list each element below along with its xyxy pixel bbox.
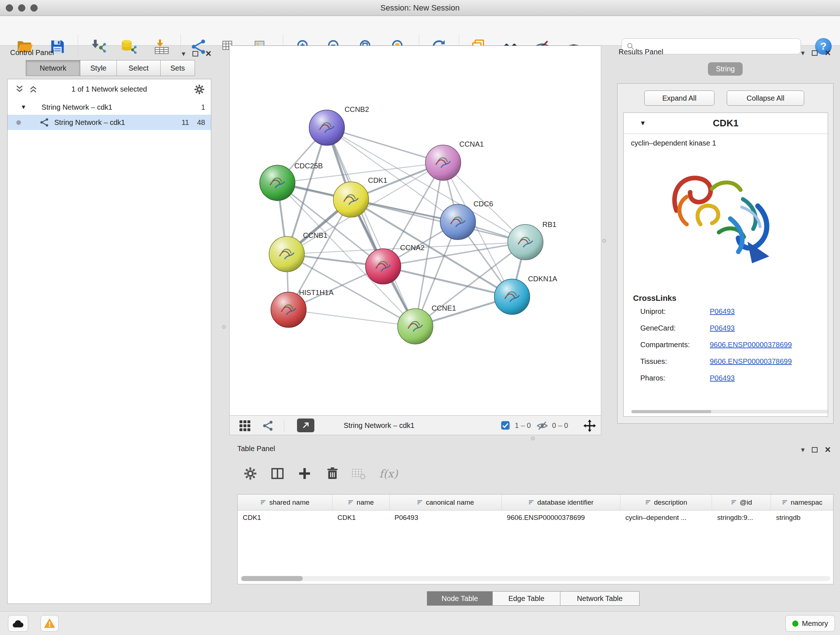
- node-CCNA2[interactable]: [365, 249, 401, 284]
- warning-button[interactable]: [41, 615, 58, 632]
- right-splitter-handle[interactable]: [602, 239, 606, 242]
- node-CCNE1[interactable]: [398, 309, 433, 344]
- protein-section-header[interactable]: ▼ CDK1: [624, 113, 828, 134]
- tab-select[interactable]: Select: [117, 60, 161, 76]
- panel-close-icon[interactable]: ×: [205, 49, 211, 59]
- node-CDC25B[interactable]: [260, 165, 295, 201]
- window-zoom-button[interactable]: [30, 4, 38, 11]
- table-row[interactable]: CDK1 CDK1 P06493 9606.ENSP00000378699 cy…: [238, 510, 833, 525]
- birdseye-grid-icon[interactable]: [238, 418, 252, 433]
- collection-count: 1: [201, 103, 205, 111]
- node-CCNB2[interactable]: [309, 110, 345, 146]
- scrollbar-thumb[interactable]: [241, 576, 303, 581]
- edge-HIST1H1A-CCNE1[interactable]: [289, 310, 415, 326]
- memory-button[interactable]: Memory: [785, 615, 835, 632]
- panel-menu-icon[interactable]: ▾: [182, 50, 185, 57]
- panel-float-icon[interactable]: [812, 50, 818, 56]
- tab-edge-table[interactable]: Edge Table: [493, 591, 561, 606]
- crosslink-value[interactable]: 9606.ENSP00000378699: [710, 340, 792, 349]
- cell-id[interactable]: stringdb:9...: [712, 514, 771, 522]
- network-list-box: 1 of 1 Network selected ▼ String Network…: [7, 79, 211, 604]
- crosslink-row: Tissues: 9606.ENSP00000378699: [624, 353, 828, 370]
- fit-content-button[interactable]: [583, 418, 597, 433]
- crosslink-value[interactable]: P06493: [710, 374, 735, 382]
- tab-network[interactable]: Network: [26, 60, 80, 76]
- selected-checkbox-icon[interactable]: [500, 420, 510, 431]
- node-CDC6[interactable]: [440, 204, 476, 240]
- column-header-namespace[interactable]: namespac: [771, 494, 833, 510]
- network-graph[interactable]: CCNB2CCNA1CDC25BCDK1CDC6RB1CCNB1CCNA2CDK…: [230, 46, 601, 415]
- edge-CCNB2-CCNA1[interactable]: [327, 128, 443, 163]
- node-CCNB1[interactable]: [269, 236, 305, 272]
- tab-network-table[interactable]: Network Table: [560, 591, 639, 606]
- panel-menu-icon[interactable]: ▾: [801, 446, 805, 453]
- cell-name[interactable]: CDK1: [332, 514, 390, 522]
- node-CCNA1[interactable]: [425, 145, 461, 180]
- panel-close-icon[interactable]: ×: [825, 48, 831, 58]
- edge-CCNB2-CCNE1[interactable]: [327, 128, 415, 326]
- window-minimize-button[interactable]: [18, 4, 25, 11]
- edge-CDK1-RB1[interactable]: [351, 200, 525, 242]
- column-header-canonical-name[interactable]: canonical name: [390, 494, 502, 510]
- results-horizontal-scrollbar[interactable]: [631, 410, 828, 413]
- table-settings-button[interactable]: [242, 465, 259, 482]
- window-close-button[interactable]: [6, 4, 13, 11]
- bottom-splitter-handle[interactable]: [531, 437, 535, 440]
- open-in-browser-button[interactable]: [297, 418, 314, 432]
- scrollbar-thumb[interactable]: [632, 410, 711, 413]
- crosslink-value[interactable]: P06493: [710, 307, 735, 316]
- node-CDK1[interactable]: [333, 182, 369, 217]
- cell-database-identifier[interactable]: 9606.ENSP00000378699: [502, 514, 621, 522]
- section-expander-icon[interactable]: ▼: [639, 119, 646, 127]
- collapse-all-button[interactable]: Collapse All: [727, 90, 804, 106]
- cell-shared-name[interactable]: CDK1: [238, 514, 332, 522]
- tab-string[interactable]: String: [708, 62, 743, 76]
- cloud-button[interactable]: [8, 615, 28, 632]
- column-header-shared-name[interactable]: shared name: [238, 494, 332, 510]
- node-CDKN1A[interactable]: [494, 279, 530, 315]
- network-canvas[interactable]: CCNB2CCNA1CDC25BCDK1CDC6RB1CCNB1CCNA2CDK…: [229, 46, 601, 416]
- hidden-eye-slash-icon[interactable]: [537, 420, 548, 432]
- column-header-description[interactable]: description: [621, 494, 712, 510]
- panel-close-icon[interactable]: ×: [825, 445, 831, 455]
- tab-node-table[interactable]: Node Table: [427, 591, 493, 606]
- delete-table-button[interactable]: [350, 465, 367, 482]
- panel-float-icon[interactable]: [193, 51, 198, 57]
- columns-icon: [270, 466, 285, 481]
- tree-expander-icon[interactable]: ▼: [21, 104, 27, 111]
- table-horizontal-scrollbar[interactable]: [240, 576, 830, 581]
- column-header-name[interactable]: name: [332, 494, 390, 510]
- network-collection-row[interactable]: ▼ String Network – cdk1 1: [8, 100, 211, 115]
- panel-menu-icon[interactable]: ▾: [801, 49, 805, 57]
- delete-column-button[interactable]: [324, 465, 341, 482]
- cell-namespace[interactable]: stringdb: [771, 514, 833, 522]
- network-row-selected[interactable]: String Network – cdk1 11 48: [8, 115, 211, 130]
- crosslink-label: Uniprot:: [640, 307, 710, 316]
- function-builder-button[interactable]: f(x): [374, 465, 403, 482]
- node-label-CCNA1: CCNA1: [459, 140, 484, 148]
- crosslink-row: Compartments: 9606.ENSP00000378699: [624, 336, 828, 353]
- node-RB1[interactable]: [508, 225, 543, 260]
- gear-icon: [243, 466, 257, 481]
- panel-float-icon[interactable]: [812, 447, 818, 453]
- show-columns-button[interactable]: [269, 465, 286, 482]
- left-splitter-handle[interactable]: [222, 325, 226, 329]
- add-column-button[interactable]: [296, 465, 313, 482]
- cell-canonical-name[interactable]: P06493: [390, 514, 502, 522]
- column-header-id[interactable]: @id: [712, 494, 771, 510]
- hidden-count-label: 0 – 0: [552, 416, 568, 435]
- expand-all-button[interactable]: Expand All: [644, 90, 714, 106]
- tab-sets[interactable]: Sets: [160, 60, 195, 76]
- node-HIST1H1A[interactable]: [271, 292, 306, 328]
- crosslink-value[interactable]: P06493: [710, 324, 735, 333]
- protein-details: ▼ CDK1 cyclin–dependent kinase 1 Cros: [623, 112, 828, 417]
- crosslink-value[interactable]: 9606.ENSP00000378699: [710, 357, 792, 366]
- node-label-CCNB2: CCNB2: [344, 105, 369, 113]
- crosslinks-title: CrossLinks: [633, 294, 828, 303]
- tab-style[interactable]: Style: [80, 60, 117, 76]
- gear-icon[interactable]: [194, 84, 205, 95]
- cell-description[interactable]: cyclin–dependent ...: [621, 514, 712, 522]
- node-count: 11: [182, 119, 189, 127]
- column-header-database-identifier[interactable]: database identifier: [502, 494, 621, 510]
- string-share-icon[interactable]: [261, 418, 275, 433]
